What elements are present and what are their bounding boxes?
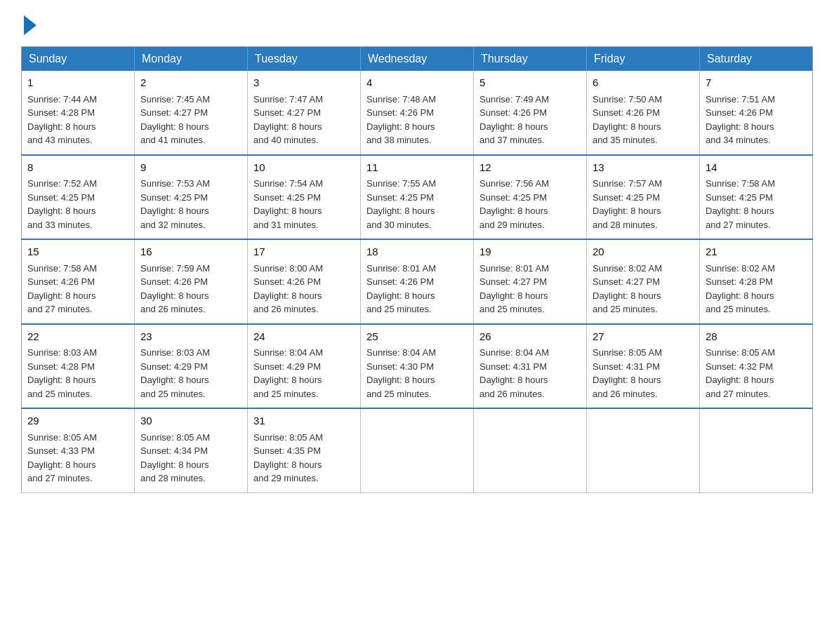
day-number: 20 — [593, 244, 694, 260]
day-number: 11 — [366, 160, 468, 176]
calendar-table: SundayMondayTuesdayWednesdayThursdayFrid… — [21, 46, 813, 493]
calendar-day-cell: 7 Sunrise: 7:51 AM Sunset: 4:26 PM Dayli… — [700, 71, 813, 155]
day-info: Sunrise: 8:02 AM Sunset: 4:28 PM Dayligh… — [706, 262, 807, 316]
day-number: 5 — [479, 75, 581, 91]
calendar-day-cell: 19 Sunrise: 8:01 AM Sunset: 4:27 PM Dayl… — [474, 239, 587, 324]
day-number: 22 — [27, 329, 128, 345]
day-number: 1 — [27, 75, 128, 91]
day-info: Sunrise: 7:49 AM Sunset: 4:26 PM Dayligh… — [479, 93, 581, 147]
calendar-day-cell: 17 Sunrise: 8:00 AM Sunset: 4:26 PM Dayl… — [248, 239, 361, 324]
day-number: 14 — [706, 160, 807, 176]
day-info: Sunrise: 8:00 AM Sunset: 4:26 PM Dayligh… — [253, 262, 355, 316]
day-info: Sunrise: 7:47 AM Sunset: 4:27 PM Dayligh… — [253, 93, 355, 147]
day-number: 9 — [140, 160, 241, 176]
day-info: Sunrise: 8:05 AM Sunset: 4:32 PM Dayligh… — [706, 346, 807, 401]
calendar-day-cell: 28 Sunrise: 8:05 AM Sunset: 4:32 PM Dayl… — [700, 324, 813, 409]
calendar-day-cell: 31 Sunrise: 8:05 AM Sunset: 4:35 PM Dayl… — [248, 408, 361, 492]
calendar-week-row: 8 Sunrise: 7:52 AM Sunset: 4:25 PM Dayli… — [22, 155, 813, 240]
day-info: Sunrise: 8:03 AM Sunset: 4:28 PM Dayligh… — [27, 346, 128, 401]
logo-arrow-icon — [24, 15, 37, 35]
calendar-day-cell: 3 Sunrise: 7:47 AM Sunset: 4:27 PM Dayli… — [248, 71, 361, 155]
day-of-week-header: Monday — [135, 47, 248, 72]
day-info: Sunrise: 7:54 AM Sunset: 4:25 PM Dayligh… — [253, 177, 355, 232]
day-number: 31 — [253, 413, 355, 429]
calendar-week-row: 1 Sunrise: 7:44 AM Sunset: 4:28 PM Dayli… — [22, 71, 813, 155]
day-info: Sunrise: 7:56 AM Sunset: 4:25 PM Dayligh… — [479, 177, 581, 232]
calendar-day-cell: 6 Sunrise: 7:50 AM Sunset: 4:26 PM Dayli… — [587, 71, 700, 155]
day-info: Sunrise: 8:02 AM Sunset: 4:27 PM Dayligh… — [593, 262, 694, 316]
day-number: 12 — [479, 160, 581, 176]
calendar-day-cell: 13 Sunrise: 7:57 AM Sunset: 4:25 PM Dayl… — [587, 155, 700, 240]
calendar-day-cell — [700, 408, 813, 492]
calendar-day-cell: 12 Sunrise: 7:56 AM Sunset: 4:25 PM Dayl… — [474, 155, 587, 240]
day-info: Sunrise: 8:05 AM Sunset: 4:31 PM Dayligh… — [593, 346, 694, 401]
day-number: 19 — [479, 244, 581, 260]
calendar-day-cell: 29 Sunrise: 8:05 AM Sunset: 4:33 PM Dayl… — [22, 408, 135, 492]
day-number: 16 — [140, 244, 241, 260]
day-info: Sunrise: 7:50 AM Sunset: 4:26 PM Dayligh… — [593, 93, 694, 147]
calendar-day-cell: 10 Sunrise: 7:54 AM Sunset: 4:25 PM Dayl… — [248, 155, 361, 240]
calendar-day-cell: 25 Sunrise: 8:04 AM Sunset: 4:30 PM Dayl… — [361, 324, 474, 409]
day-number: 8 — [27, 160, 128, 176]
calendar-day-cell: 21 Sunrise: 8:02 AM Sunset: 4:28 PM Dayl… — [700, 239, 813, 324]
calendar-day-cell: 2 Sunrise: 7:45 AM Sunset: 4:27 PM Dayli… — [135, 71, 248, 155]
calendar-day-cell: 26 Sunrise: 8:04 AM Sunset: 4:31 PM Dayl… — [474, 324, 587, 409]
day-of-week-header: Friday — [587, 47, 700, 72]
calendar-day-cell: 14 Sunrise: 7:58 AM Sunset: 4:25 PM Dayl… — [700, 155, 813, 240]
day-info: Sunrise: 8:04 AM Sunset: 4:31 PM Dayligh… — [479, 346, 581, 401]
calendar-day-cell: 4 Sunrise: 7:48 AM Sunset: 4:26 PM Dayli… — [361, 71, 474, 155]
calendar-day-cell: 23 Sunrise: 8:03 AM Sunset: 4:29 PM Dayl… — [135, 324, 248, 409]
day-number: 15 — [27, 244, 128, 260]
day-number: 26 — [479, 329, 581, 345]
day-number: 17 — [253, 244, 355, 260]
day-number: 13 — [593, 160, 694, 176]
calendar-day-cell: 27 Sunrise: 8:05 AM Sunset: 4:31 PM Dayl… — [587, 324, 700, 409]
day-number: 23 — [140, 329, 241, 345]
calendar-day-cell: 30 Sunrise: 8:05 AM Sunset: 4:34 PM Dayl… — [135, 408, 248, 492]
day-number: 3 — [253, 75, 355, 91]
calendar-week-row: 29 Sunrise: 8:05 AM Sunset: 4:33 PM Dayl… — [22, 408, 813, 492]
day-info: Sunrise: 8:04 AM Sunset: 4:29 PM Dayligh… — [253, 346, 355, 401]
day-info: Sunrise: 8:01 AM Sunset: 4:27 PM Dayligh… — [479, 262, 581, 316]
day-info: Sunrise: 7:48 AM Sunset: 4:26 PM Dayligh… — [366, 93, 468, 147]
day-info: Sunrise: 8:05 AM Sunset: 4:33 PM Dayligh… — [27, 431, 128, 485]
day-number: 27 — [593, 329, 694, 345]
day-number: 18 — [366, 244, 468, 260]
day-number: 29 — [27, 413, 128, 429]
day-info: Sunrise: 8:01 AM Sunset: 4:26 PM Dayligh… — [366, 262, 468, 316]
calendar-day-cell — [361, 408, 474, 492]
day-number: 28 — [706, 329, 807, 345]
day-number: 24 — [253, 329, 355, 345]
calendar-day-cell: 16 Sunrise: 7:59 AM Sunset: 4:26 PM Dayl… — [135, 239, 248, 324]
day-number: 10 — [253, 160, 355, 176]
calendar-day-cell — [474, 408, 587, 492]
day-info: Sunrise: 7:57 AM Sunset: 4:25 PM Dayligh… — [593, 177, 694, 232]
day-info: Sunrise: 7:55 AM Sunset: 4:25 PM Dayligh… — [366, 177, 468, 232]
day-number: 6 — [593, 75, 694, 91]
calendar-week-row: 22 Sunrise: 8:03 AM Sunset: 4:28 PM Dayl… — [22, 324, 813, 409]
day-of-week-header: Wednesday — [361, 47, 474, 72]
day-info: Sunrise: 8:03 AM Sunset: 4:29 PM Dayligh… — [140, 346, 241, 401]
calendar-week-row: 15 Sunrise: 7:58 AM Sunset: 4:26 PM Dayl… — [22, 239, 813, 324]
logo — [21, 14, 37, 35]
day-info: Sunrise: 7:53 AM Sunset: 4:25 PM Dayligh… — [140, 177, 241, 232]
calendar-day-cell: 1 Sunrise: 7:44 AM Sunset: 4:28 PM Dayli… — [22, 71, 135, 155]
calendar-day-cell: 5 Sunrise: 7:49 AM Sunset: 4:26 PM Dayli… — [474, 71, 587, 155]
calendar-day-cell: 15 Sunrise: 7:58 AM Sunset: 4:26 PM Dayl… — [22, 239, 135, 324]
day-number: 7 — [706, 75, 807, 91]
day-info: Sunrise: 7:51 AM Sunset: 4:26 PM Dayligh… — [706, 93, 807, 147]
day-of-week-header: Tuesday — [248, 47, 361, 72]
calendar-day-cell: 18 Sunrise: 8:01 AM Sunset: 4:26 PM Dayl… — [361, 239, 474, 324]
calendar-day-cell: 8 Sunrise: 7:52 AM Sunset: 4:25 PM Dayli… — [22, 155, 135, 240]
day-info: Sunrise: 7:58 AM Sunset: 4:25 PM Dayligh… — [706, 177, 807, 232]
day-of-week-header: Thursday — [474, 47, 587, 72]
day-of-week-header: Saturday — [700, 47, 813, 72]
calendar-day-cell — [587, 408, 700, 492]
day-info: Sunrise: 7:58 AM Sunset: 4:26 PM Dayligh… — [27, 262, 128, 316]
day-number: 4 — [366, 75, 468, 91]
calendar-day-cell: 24 Sunrise: 8:04 AM Sunset: 4:29 PM Dayl… — [248, 324, 361, 409]
day-number: 21 — [706, 244, 807, 260]
day-of-week-header: Sunday — [22, 47, 135, 72]
day-info: Sunrise: 7:59 AM Sunset: 4:26 PM Dayligh… — [140, 262, 241, 316]
calendar-day-cell: 9 Sunrise: 7:53 AM Sunset: 4:25 PM Dayli… — [135, 155, 248, 240]
